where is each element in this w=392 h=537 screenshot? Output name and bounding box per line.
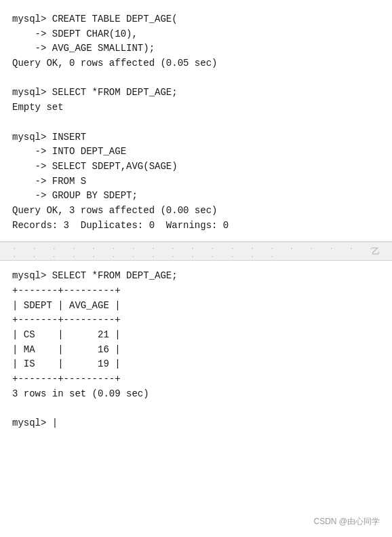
code-line: -> AVG_AGE SMALLINT); bbox=[12, 41, 380, 56]
code-line: mysql> SELECT *FROM DEPT_AGE; bbox=[12, 269, 380, 284]
code-line: | IS | 19 | bbox=[12, 357, 380, 372]
code-line: mysql> SELECT *FROM DEPT_AGE; bbox=[12, 86, 380, 100]
code-line: | MA | 16 | bbox=[12, 343, 380, 358]
code-line: mysql> INSERT bbox=[12, 130, 380, 145]
divider-dots: . . . . . . . . . . . . . . . . . . . . … bbox=[12, 243, 380, 259]
code-line: 3 rows in set (0.09 sec) bbox=[12, 387, 380, 402]
code-line bbox=[12, 402, 380, 417]
divider-corner: 乙 bbox=[372, 246, 380, 257]
code-line: Query OK, 0 rows affected (0.05 sec) bbox=[12, 56, 380, 71]
code-line: mysql> | bbox=[12, 416, 380, 431]
code-line: -> FROM S bbox=[12, 174, 380, 189]
terminal-divider: . . . . . . . . . . . . . . . . . . . . … bbox=[0, 242, 392, 261]
code-line: -> GROUP BY SDEPT; bbox=[12, 189, 380, 204]
code-line bbox=[12, 115, 380, 130]
code-line: -> INTO DEPT_AGE bbox=[12, 145, 380, 160]
code-line: mysql> CREATE TABLE DEPT_AGE( bbox=[12, 12, 380, 27]
watermark: CSDN @由心同学 bbox=[313, 516, 380, 527]
code-line: +-------+---------+ bbox=[12, 284, 380, 299]
code-line: +-------+---------+ bbox=[12, 313, 380, 328]
code-line: +-------+---------+ bbox=[12, 372, 380, 387]
terminal-container: mysql> CREATE TABLE DEPT_AGE( -> SDEPT C… bbox=[0, 0, 392, 537]
code-line: | SDEPT | AVG_AGE | bbox=[12, 299, 380, 314]
code-line: Empty set bbox=[12, 100, 380, 115]
code-line: -> SELECT SDEPT,AVG(SAGE) bbox=[12, 160, 380, 174]
terminal-bottom-section: mysql> SELECT *FROM DEPT_AGE;+-------+--… bbox=[0, 261, 392, 537]
terminal-top-section: mysql> CREATE TABLE DEPT_AGE( -> SDEPT C… bbox=[0, 0, 392, 242]
code-line: -> SDEPT CHAR(10), bbox=[12, 27, 380, 42]
code-line bbox=[12, 71, 380, 86]
code-line: | CS | 21 | bbox=[12, 328, 380, 343]
code-line: Query OK, 3 rows affected (0.00 sec) bbox=[12, 204, 380, 219]
code-line: Records: 3 Duplicates: 0 Warnings: 0 bbox=[12, 219, 380, 234]
